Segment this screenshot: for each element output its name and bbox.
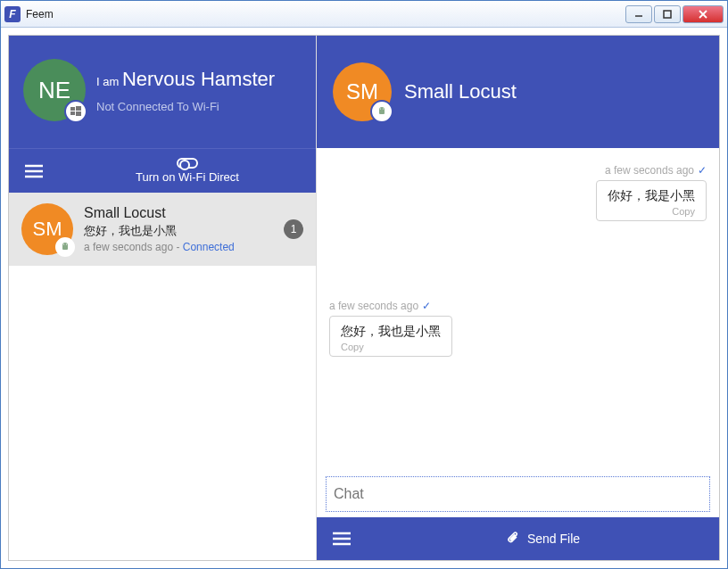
self-name[interactable]: Nervous Hamster: [122, 68, 275, 90]
device-meta: a few seconds ago - Connected: [84, 241, 273, 253]
minimize-button[interactable]: [625, 5, 652, 23]
check-icon: ✓: [698, 164, 707, 177]
chat-header: SM Small Locust: [317, 36, 719, 148]
device-list: SM Small Locust 您好，我也是小黑 a few seconds a…: [9, 193, 316, 560]
device-avatar-initials: SM: [33, 218, 62, 241]
svg-rect-5: [76, 106, 81, 111]
iam-prefix: I am: [96, 75, 119, 88]
message-time: a few seconds ago: [329, 300, 418, 312]
send-file-label: Send File: [527, 532, 580, 546]
android-icon: [55, 237, 75, 257]
device-name: Small Locust: [84, 205, 273, 221]
chat-panel: SM Small Locust a few seconds ago ✓ 你好，我…: [316, 36, 719, 560]
device-time: a few seconds ago: [84, 241, 173, 253]
message-bubble[interactable]: 您好，我也是小黑 Copy: [329, 316, 452, 357]
svg-point-13: [380, 108, 381, 109]
unread-badge: 1: [284, 219, 303, 239]
chat-peer-avatar[interactable]: SM: [333, 62, 392, 121]
svg-rect-4: [70, 107, 75, 111]
svg-rect-7: [76, 111, 81, 116]
svg-rect-6: [70, 111, 75, 115]
iam-line: I am Nervous Hamster: [96, 68, 275, 91]
menu-button[interactable]: [9, 163, 59, 179]
titlebar[interactable]: F Feem: [1, 1, 727, 28]
windows-icon: [64, 100, 87, 123]
svg-rect-1: [664, 11, 671, 18]
copy-button[interactable]: Copy: [341, 342, 364, 352]
message-time: a few seconds ago: [605, 164, 694, 177]
message-incoming: a few seconds ago ✓ 您好，我也是小黑 Copy: [329, 300, 707, 357]
chat-peer-name: Small Locust: [404, 80, 517, 103]
device-status: Connected: [183, 241, 235, 253]
chat-menu-button[interactable]: [317, 531, 367, 547]
message-text: 你好，我是小黑: [608, 188, 695, 204]
device-item[interactable]: SM Small Locust 您好，我也是小黑 a few seconds a…: [9, 193, 316, 266]
svg-point-11: [63, 243, 64, 244]
maximize-button[interactable]: [654, 5, 681, 23]
wifi-status: Not Connected To Wi-Fi: [96, 100, 275, 113]
toggle-off-icon: [177, 158, 198, 169]
app-window: F Feem NE: [0, 0, 728, 569]
message-bubble[interactable]: 你好，我是小黑 Copy: [596, 180, 707, 221]
content-area: NE I am Nervous Hamster Not Connected To…: [1, 28, 727, 568]
close-button[interactable]: [682, 5, 724, 23]
copy-button[interactable]: Copy: [672, 206, 695, 217]
svg-point-12: [66, 243, 67, 244]
android-icon: [370, 100, 393, 123]
wifi-direct-label: Turn on Wi-Fi Direct: [136, 170, 239, 184]
app-icon: F: [4, 6, 21, 22]
message-text: 您好，我也是小黑: [341, 324, 441, 340]
device-preview: 您好，我也是小黑: [84, 223, 273, 239]
svg-point-14: [383, 108, 384, 109]
self-avatar-initials: NE: [38, 77, 70, 104]
self-avatar[interactable]: NE: [23, 59, 86, 121]
chat-input[interactable]: [326, 476, 710, 512]
check-icon: ✓: [422, 300, 431, 312]
window-controls: [625, 5, 724, 23]
profile-header: NE I am Nervous Hamster Not Connected To…: [9, 36, 316, 148]
chat-footer: Send File: [317, 517, 719, 560]
send-file-button[interactable]: Send File: [367, 531, 719, 548]
wifi-direct-bar: Turn on Wi-Fi Direct: [9, 148, 316, 193]
paperclip-icon: [506, 531, 520, 548]
device-avatar: SM: [21, 203, 73, 255]
window-title: Feem: [26, 8, 625, 21]
message-outgoing: a few seconds ago ✓ 你好，我是小黑 Copy: [329, 164, 707, 221]
sidebar: NE I am Nervous Hamster Not Connected To…: [9, 36, 316, 560]
chat-body[interactable]: a few seconds ago ✓ 你好，我是小黑 Copy a few s…: [317, 148, 719, 476]
chat-peer-initials: SM: [346, 79, 378, 104]
wifi-direct-toggle[interactable]: Turn on Wi-Fi Direct: [59, 158, 316, 184]
